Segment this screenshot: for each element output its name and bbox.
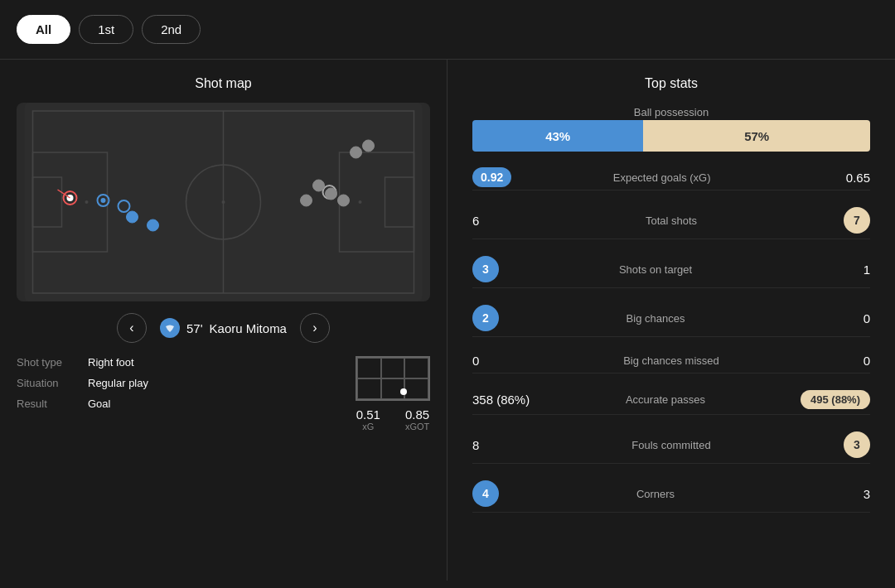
stat-row-big-chances-missed: 0 Big chances missed 0 [472,349,870,374]
big-chances-right-value: 0 [812,311,870,325]
svg-point-15 [101,198,106,203]
possession-section: Ball possession 43% 57% [472,106,870,153]
svg-point-24 [326,188,337,200]
xg-left-value: 0.92 [472,167,511,187]
current-player-info: 57' Kaoru Mitoma [160,318,287,338]
shot-type-row: Shot type Right foot [17,356,339,369]
player-name: Kaoru Mitoma [210,321,287,335]
period-2nd-button[interactable]: 2nd [142,15,201,44]
stat-row-total-shots: 6 Total shots 7 [472,202,870,239]
total-shots-right-badge: 7 [812,207,870,234]
prev-shot-button[interactable]: ‹ [117,313,147,343]
top-stats-title: Top stats [472,76,870,91]
svg-point-25 [338,195,350,206]
xg-left-badge: 0.92 [472,170,511,185]
result-value: Goal [88,398,110,410]
big-chances-missed-left: 0 [472,354,530,368]
situation-label: Situation [17,377,75,389]
situation-value: Regular play [88,377,148,389]
shot-nav-row: ‹ 57' Kaoru Mitoma › [17,313,430,343]
shot-map-container: ⚙ ⚙ [17,103,430,301]
svg-point-4 [85,200,89,204]
xg-stat-label: Expected goals (xG) [511,171,812,184]
shots-target-left-badge: 3 [472,256,499,282]
xg-right-value: 0.65 [812,171,870,185]
stat-row-shots-target: 3 Shots on target 1 [472,251,870,288]
corners-label: Corners [499,488,812,500]
fouls-left: 8 [472,438,530,452]
svg-point-22 [301,195,312,206]
big-chances-left-badge: 2 [472,305,499,331]
main-content: Shot map [0,59,895,581]
possession-bar: 43% 57% [472,120,870,152]
stat-row-big-chances: 2 Big chances 0 [472,300,870,337]
svg-point-23 [313,180,325,191]
goal-grid [356,356,430,401]
svg-point-19 [148,219,159,231]
fouls-right-badge: 3 [812,431,870,458]
xgot-label: xGOT [405,422,429,431]
total-shots-label: Total shots [530,214,812,227]
period-all-button[interactable]: All [17,15,70,44]
shot-type-label: Shot type [17,356,75,369]
corners-right-value: 3 [812,487,870,501]
stat-row-accurate-passes: 358 (86%) Accurate passes 495 (88%) [472,385,870,415]
shot-labels: Shot type Right foot Situation Regular p… [17,356,339,410]
xg-item: 0.51 xG [356,407,380,431]
possession-right-value: 57% [643,120,870,152]
top-stats-panel: Top stats Ball possession 43% 57% 0.92 E… [448,60,895,581]
possession-left-value: 43% [472,120,643,152]
big-chances-missed-label: Big chances missed [530,354,812,367]
total-shots-left: 6 [472,214,530,228]
period-1st-button[interactable]: 1st [79,15,133,44]
result-row: Result Goal [17,398,339,410]
xgot-value: 0.85 [405,407,429,422]
xg-value: 0.51 [356,407,380,422]
accurate-passes-label: Accurate passes [530,393,801,406]
stat-row-fouls: 8 Fouls committed 3 [472,427,870,464]
svg-point-10 [222,200,225,204]
corners-left-badge: 4 [472,480,499,507]
fouls-label: Fouls committed [530,439,812,451]
period-selector: All 1st 2nd [0,0,895,59]
accurate-passes-right-value: 495 (88%) [801,390,870,409]
stat-row-xg: 0.92 Expected goals (xG) 0.65 [472,165,870,190]
corners-left-value: 4 [472,480,499,507]
xg-values-row: 0.51 xG 0.85 xGOT [356,407,430,431]
xg-label: xG [362,422,374,431]
shots-target-left-value: 3 [472,256,499,282]
big-chances-missed-right: 0 [812,354,870,368]
svg-point-7 [359,200,362,204]
total-shots-right-value: 7 [844,207,870,234]
goal-grid-container: 0.51 xG 0.85 xGOT [356,356,430,431]
accurate-passes-left: 358 (86%) [472,393,530,407]
svg-point-18 [127,211,138,223]
big-chances-label: Big chances [499,312,812,325]
svg-point-26 [351,147,362,158]
team-logo [160,318,180,338]
possession-label: Ball possession [472,106,870,118]
shots-target-label: Shots on target [499,263,812,276]
situation-row: Situation Regular play [17,377,339,389]
xgot-item: 0.85 xGOT [405,407,429,431]
shot-details: Shot type Right foot Situation Regular p… [17,356,430,431]
result-label: Result [17,398,75,410]
stat-row-corners: 4 Corners 3 [472,475,870,513]
shots-target-right-value: 1 [812,263,870,277]
next-shot-button[interactable]: › [300,313,330,343]
fouls-right-value: 3 [844,431,870,458]
big-chances-left-value: 2 [472,305,499,331]
shot-map-panel: Shot map [0,60,448,581]
shot-minute: 57' [186,321,203,335]
accurate-passes-right-badge: 495 (88%) [801,390,870,409]
shot-type-value: Right foot [88,356,134,369]
shot-map-title: Shot map [17,76,430,91]
svg-point-27 [363,140,375,152]
